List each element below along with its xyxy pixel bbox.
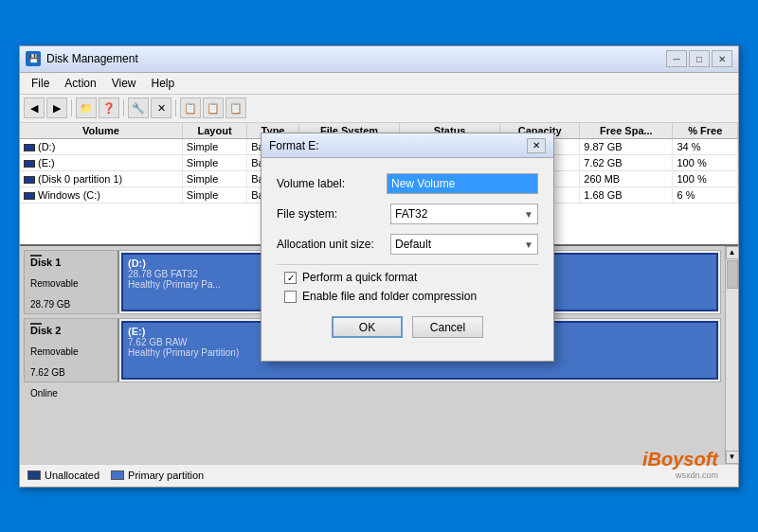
- copy-button-2[interactable]: 📋: [203, 98, 224, 118]
- close-button[interactable]: ✕: [712, 50, 732, 67]
- disk-type: Removable: [30, 278, 112, 289]
- disk-type: Removable: [30, 346, 112, 357]
- scroll-track[interactable]: [726, 259, 738, 451]
- col-percent[interactable]: % Free: [673, 123, 738, 139]
- scroll-down-arrow[interactable]: ▼: [726, 451, 739, 464]
- legend-color-swatch: [27, 470, 41, 480]
- folder-button[interactable]: 📁: [76, 98, 97, 118]
- ok-button[interactable]: OK: [332, 316, 403, 338]
- legend-item: Unallocated: [27, 470, 99, 481]
- toolbar-separator-3: [175, 99, 176, 116]
- minimize-button[interactable]: ─: [666, 50, 687, 67]
- scroll-thumb[interactable]: [727, 260, 738, 289]
- disk-label: Disk 2 Removable 7.62 GB Online: [25, 319, 119, 381]
- allocation-value: Default: [395, 238, 431, 251]
- legend-item: Primary partition: [111, 470, 204, 481]
- file-system-select[interactable]: FAT32 ▼: [390, 204, 538, 224]
- compression-checkbox[interactable]: [284, 291, 297, 303]
- cell-volume: (D:): [20, 138, 182, 154]
- legend-label: Unallocated: [45, 470, 99, 481]
- file-system-label: File system:: [277, 207, 390, 221]
- disk-status: Online: [30, 388, 112, 399]
- disk-name: Disk 2: [30, 325, 112, 336]
- cell-layout: Simple: [182, 154, 246, 170]
- menu-view[interactable]: View: [104, 75, 144, 92]
- copy-button-3[interactable]: 📋: [226, 98, 246, 118]
- window-title: Disk Management: [46, 52, 138, 65]
- cell-free: 260 MB: [580, 170, 673, 186]
- cell-layout: Simple: [182, 170, 246, 186]
- vertical-scrollbar[interactable]: ▲ ▼: [725, 246, 738, 464]
- cell-free: 7.62 GB: [580, 154, 673, 170]
- disk-size: 7.62 GB: [30, 367, 112, 378]
- compression-row: Enable file and folder compression: [284, 290, 538, 303]
- dialog-body: Volume label: File system: FAT32 ▼ Alloc…: [262, 158, 553, 361]
- format-dialog: Format E: ✕ Volume label: File system: F…: [261, 133, 554, 362]
- quick-format-label: Perform a quick format: [302, 271, 417, 284]
- volume-label-input[interactable]: [387, 173, 538, 194]
- cell-volume: (Disk 0 partition 1): [20, 170, 182, 186]
- maximize-button[interactable]: □: [689, 50, 710, 67]
- dialog-title: Format E:: [269, 139, 319, 152]
- menu-file[interactable]: File: [24, 75, 57, 92]
- dialog-buttons: OK Cancel: [277, 316, 538, 338]
- col-volume[interactable]: Volume: [20, 123, 182, 139]
- disk-label: Disk 1 Removable 28.79 GB Online: [25, 251, 119, 313]
- watermark-url: wsxdn.com: [676, 470, 718, 480]
- cell-free: 9.87 GB: [580, 138, 673, 154]
- col-layout[interactable]: Layout: [182, 123, 246, 139]
- quick-format-checkbox[interactable]: ✓: [284, 272, 297, 284]
- allocation-row: Allocation unit size: Default ▼: [277, 234, 538, 255]
- delete-button[interactable]: ✕: [151, 98, 171, 118]
- allocation-label: Allocation unit size:: [277, 238, 390, 251]
- disk-size: 28.79 GB: [30, 299, 112, 310]
- cell-percent: 100 %: [673, 154, 738, 170]
- settings-button[interactable]: 🔧: [128, 98, 149, 118]
- copy-button-1[interactable]: 📋: [180, 98, 201, 118]
- file-system-dropdown-icon: ▼: [524, 209, 533, 220]
- volume-label-row: Volume label:: [277, 173, 538, 194]
- cancel-button[interactable]: Cancel: [412, 316, 483, 338]
- quick-format-row: ✓ Perform a quick format: [284, 271, 538, 284]
- disk-name: Disk 1: [30, 257, 112, 268]
- title-bar: 💾 Disk Management ─ □ ✕: [20, 46, 738, 73]
- toolbar-separator-2: [123, 99, 124, 116]
- brand-watermark: iBoysoft: [642, 449, 718, 470]
- help-button[interactable]: ❓: [99, 98, 119, 118]
- title-buttons: ─ □ ✕: [666, 50, 732, 67]
- toolbar: ◀ ▶ 📁 ❓ 🔧 ✕ 📋 📋 📋: [20, 95, 738, 123]
- allocation-select[interactable]: Default ▼: [390, 234, 538, 255]
- cell-layout: Simple: [182, 186, 246, 203]
- cell-percent: 100 %: [673, 170, 738, 186]
- cell-volume: Windows (C:): [20, 186, 182, 203]
- allocation-dropdown-icon: ▼: [524, 239, 533, 250]
- col-free[interactable]: Free Spa...: [580, 123, 673, 139]
- volume-label-label: Volume label:: [277, 177, 387, 190]
- back-button[interactable]: ◀: [24, 98, 45, 118]
- menu-help[interactable]: Help: [144, 75, 183, 92]
- file-system-row: File system: FAT32 ▼: [277, 204, 538, 224]
- dialog-close-button[interactable]: ✕: [527, 138, 546, 153]
- cell-layout: Simple: [182, 138, 246, 154]
- forward-button[interactable]: ▶: [46, 98, 67, 118]
- compression-label: Enable file and folder compression: [302, 290, 477, 303]
- menu-action[interactable]: Action: [57, 75, 103, 92]
- scroll-up-arrow[interactable]: ▲: [726, 246, 739, 259]
- window-icon: 💾: [26, 51, 41, 66]
- legend-label: Primary partition: [128, 470, 204, 481]
- cell-volume: (E:): [20, 154, 182, 170]
- legend-bar: Unallocated Primary partition: [20, 464, 738, 487]
- title-bar-left: 💾 Disk Management: [26, 51, 138, 66]
- dialog-title-bar: Format E: ✕: [262, 133, 553, 158]
- legend-color-swatch: [111, 470, 124, 480]
- toolbar-separator-1: [71, 99, 72, 116]
- file-system-value: FAT32: [395, 207, 427, 221]
- menu-bar: File Action View Help: [20, 73, 738, 95]
- cell-percent: 34 %: [673, 138, 738, 154]
- cell-percent: 6 %: [673, 186, 738, 203]
- cell-free: 1.68 GB: [580, 186, 673, 203]
